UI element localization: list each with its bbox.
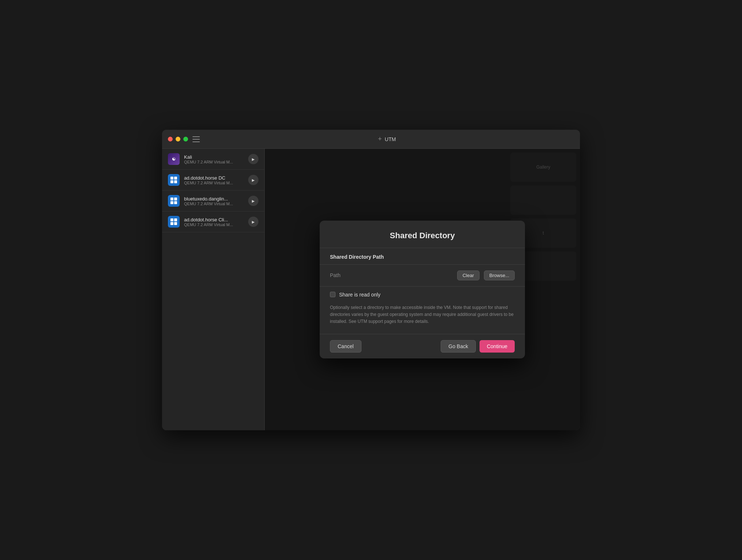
vm-info-kali: Kali QEMU 7.2 ARM Virtual M...	[184, 154, 248, 164]
vm-name-cli: ad.dotdot.horse Cli...	[184, 217, 248, 222]
sidebar-item-kali[interactable]: ☯ Kali QEMU 7.2 ARM Virtual M... ▶	[162, 149, 264, 170]
modal-header: Shared Directory	[320, 221, 525, 248]
vm-info-dc: ad.dotdot.horse DC QEMU 7.2 ARM Virtual …	[184, 175, 248, 185]
path-row: Path Clear Browse...	[320, 265, 525, 287]
path-placeholder: Path	[330, 272, 453, 278]
vm-subtitle-kali: QEMU 7.2 ARM Virtual M...	[184, 160, 248, 164]
goback-button[interactable]: Go Back	[441, 340, 476, 353]
play-button-cli[interactable]: ▶	[248, 217, 258, 227]
title-bar-center: + UTM	[200, 135, 574, 143]
cancel-button[interactable]: Cancel	[330, 340, 361, 353]
vm-subtitle-bluetuxedo: QEMU 7.2 ARM Virtual M...	[184, 202, 248, 206]
modal-footer: Cancel Go Back Continue	[320, 334, 525, 358]
play-button-kali[interactable]: ▶	[248, 154, 258, 164]
clear-button[interactable]: Clear	[457, 270, 480, 280]
continue-button[interactable]: Continue	[480, 340, 515, 353]
section-label: Shared Directory Path	[320, 248, 525, 265]
vm-name-dc: ad.dotdot.horse DC	[184, 175, 248, 181]
sidebar: ☯ Kali QEMU 7.2 ARM Virtual M... ▶ ad.do…	[162, 149, 265, 430]
vm-icon-dc	[168, 174, 180, 186]
vm-name-kali: Kali	[184, 154, 248, 160]
sidebar-item-dc[interactable]: ad.dotdot.horse DC QEMU 7.2 ARM Virtual …	[162, 170, 264, 191]
title-bar: + UTM	[162, 130, 580, 149]
vm-subtitle-dc: QEMU 7.2 ARM Virtual M...	[184, 181, 248, 185]
main-area: Gallery t Shared Directory Shared Direct…	[265, 149, 580, 430]
sidebar-toggle-button[interactable]	[192, 136, 200, 142]
readonly-checkbox[interactable]	[330, 292, 335, 297]
vm-icon-bluetuxedo	[168, 195, 180, 207]
sidebar-item-cli[interactable]: ad.dotdot.horse Cli... QEMU 7.2 ARM Virt…	[162, 211, 264, 232]
description-text: Optionally select a directory to make ac…	[320, 303, 525, 334]
close-button[interactable]	[168, 137, 173, 141]
maximize-button[interactable]	[183, 137, 188, 141]
vm-icon-kali: ☯	[168, 153, 180, 165]
kali-logo: ☯	[172, 157, 176, 162]
modal-overlay: Shared Directory Shared Directory Path P…	[265, 149, 580, 430]
vm-info-bluetuxedo: bluetuxedo.danglin... QEMU 7.2 ARM Virtu…	[184, 196, 248, 206]
traffic-lights	[168, 137, 188, 141]
checkbox-row: Share is read only	[320, 287, 525, 303]
windows-logo-bluetuxedo	[170, 198, 177, 204]
browse-button[interactable]: Browse...	[484, 270, 515, 280]
sidebar-item-bluetuxedo[interactable]: bluetuxedo.danglin... QEMU 7.2 ARM Virtu…	[162, 191, 264, 211]
vm-subtitle-cli: QEMU 7.2 ARM Virtual M...	[184, 222, 248, 227]
play-button-bluetuxedo[interactable]: ▶	[248, 196, 258, 206]
app-content: ☯ Kali QEMU 7.2 ARM Virtual M... ▶ ad.do…	[162, 149, 580, 430]
minimize-button[interactable]	[176, 137, 180, 141]
footer-right-buttons: Go Back Continue	[441, 340, 515, 353]
vm-info-cli: ad.dotdot.horse Cli... QEMU 7.2 ARM Virt…	[184, 217, 248, 227]
vm-icon-cli	[168, 216, 180, 228]
windows-logo-dc	[170, 177, 177, 183]
modal-body: Shared Directory Path Path Clear Browse.…	[320, 248, 525, 334]
vm-name-bluetuxedo: bluetuxedo.danglin...	[184, 196, 248, 202]
shared-directory-modal: Shared Directory Shared Directory Path P…	[320, 221, 525, 359]
modal-title: Shared Directory	[331, 231, 513, 240]
app-title: UTM	[385, 136, 396, 142]
readonly-label: Share is read only	[339, 292, 381, 298]
add-vm-icon[interactable]: +	[378, 135, 382, 143]
play-button-dc[interactable]: ▶	[248, 175, 258, 185]
app-window: + UTM ☯ Kali QEMU 7.2 ARM Virtual M... ▶	[162, 130, 580, 430]
windows-logo-cli	[170, 218, 177, 225]
